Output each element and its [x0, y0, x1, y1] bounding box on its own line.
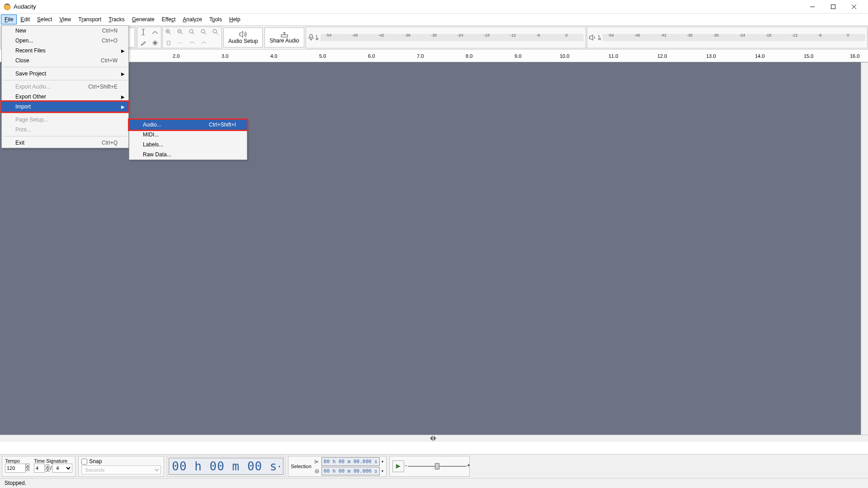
- menu-view[interactable]: View: [56, 14, 75, 24]
- menu-item-import-labels[interactable]: Labels...: [129, 140, 247, 150]
- menu-separator: [3, 136, 127, 136]
- svg-point-24: [189, 29, 193, 33]
- ruler-tick: 14.0: [755, 53, 764, 59]
- playback-meter[interactable]: LR -54-48-42-36-30-24-18-12-60: [587, 27, 868, 48]
- silence-button[interactable]: [175, 38, 186, 48]
- dropdown-icon[interactable]: ▾: [382, 460, 383, 464]
- menu-transport[interactable]: Transport: [75, 14, 105, 24]
- svg-point-28: [213, 29, 217, 33]
- fit-project-button[interactable]: [198, 27, 209, 37]
- play-at-speed-button[interactable]: [392, 460, 404, 472]
- speaker-icon: [589, 34, 596, 41]
- menu-help[interactable]: Help: [226, 14, 244, 24]
- menu-item-import[interactable]: Import▶: [2, 102, 128, 112]
- undo-button[interactable]: [187, 38, 198, 48]
- svg-point-26: [201, 29, 205, 33]
- ruler-tick: 6.0: [368, 53, 375, 59]
- multi-tool[interactable]: [150, 38, 160, 48]
- tempo-input[interactable]: [5, 464, 26, 473]
- share-audio-button[interactable]: Share Audio: [264, 28, 304, 47]
- time-display[interactable]: 00 h 00 m 00 s ▾: [169, 458, 283, 475]
- close-button[interactable]: [844, 0, 864, 14]
- svg-point-39: [316, 470, 317, 472]
- status-text: Stopped.: [5, 480, 26, 486]
- time-display-group: 00 h 00 m 00 s ▾: [167, 456, 285, 477]
- tools-toolbar: [137, 27, 161, 48]
- timeline-ruler[interactable]: 2.0 3.0 4.0 5.0 6.0 7.0 8.0 9.0 10.0 11.…: [0, 50, 868, 62]
- vertical-scrollbar[interactable]: [861, 62, 868, 435]
- selection-group: Selection 00 h 00 m 00.000 s▾ 00 h 00 m …: [288, 456, 387, 477]
- selection-end-display[interactable]: 00 h 00 m 00.000 s: [321, 467, 380, 475]
- draw-tool[interactable]: [138, 38, 149, 48]
- tempo-spinner[interactable]: ▴▾: [26, 464, 29, 473]
- menu-item-save-project[interactable]: Save Project▶: [2, 69, 128, 79]
- time-dropdown-icon[interactable]: ▾: [278, 465, 280, 469]
- svg-line-18: [169, 33, 171, 34]
- snap-unit-select[interactable]: Seconds: [81, 465, 161, 474]
- bottom-toolbar: Tempo ▴▾ Time Signature ▴▾ / 4: [0, 454, 868, 488]
- play-at-speed-group: - +: [389, 456, 470, 477]
- menu-item-recent-files[interactable]: Recent Files▶: [2, 46, 128, 56]
- timesig-numerator-input[interactable]: [34, 464, 45, 473]
- snap-checkbox[interactable]: [81, 459, 87, 465]
- fit-selection-button[interactable]: [187, 27, 198, 37]
- snap-checkbox-label[interactable]: Snap: [81, 458, 161, 465]
- zoom-in-button[interactable]: [163, 27, 174, 37]
- svg-marker-34: [430, 436, 433, 441]
- maximize-button[interactable]: [823, 0, 844, 14]
- selection-label: Selection: [291, 464, 311, 469]
- svg-marker-40: [396, 464, 401, 469]
- menu-item-import-midi[interactable]: MIDI...: [129, 130, 247, 140]
- menu-separator: [3, 67, 127, 67]
- ruler-tick: 10.0: [560, 53, 569, 59]
- menu-file[interactable]: File: [1, 14, 17, 24]
- recording-meter-scale: -54-48-42-36-30-24-18-12-60: [321, 34, 584, 41]
- menu-generate[interactable]: Generate: [128, 14, 158, 24]
- submenu-arrow-icon: ▶: [121, 71, 125, 76]
- recording-meter[interactable]: LR -54-48-42-36-30-24-18-12-60: [306, 27, 586, 48]
- menu-select[interactable]: Select: [33, 14, 56, 24]
- zoom-out-button[interactable]: [175, 27, 186, 37]
- menu-item-export-other[interactable]: Export Other▶: [2, 92, 128, 102]
- gear-icon[interactable]: [314, 469, 320, 474]
- menu-item-new[interactable]: NewCtrl+N: [2, 26, 128, 36]
- minimize-button[interactable]: [802, 0, 823, 14]
- menu-item-exit[interactable]: ExitCtrl+Q: [2, 138, 128, 148]
- menu-item-open[interactable]: Open...Ctrl+O: [2, 36, 128, 46]
- playback-speed-slider[interactable]: - +: [408, 463, 467, 469]
- menu-tools[interactable]: Tools: [206, 14, 226, 24]
- trim-button[interactable]: [163, 38, 174, 48]
- selection-start-icon: [314, 459, 320, 465]
- status-bar: Stopped.: [0, 478, 868, 488]
- envelope-tool[interactable]: [150, 27, 160, 37]
- dropdown-icon[interactable]: ▾: [382, 469, 383, 473]
- svg-rect-30: [167, 41, 170, 45]
- menu-edit[interactable]: Edit: [17, 14, 33, 24]
- svg-line-25: [193, 33, 194, 34]
- ruler-tick: 7.0: [417, 53, 424, 59]
- menu-item-export-audio[interactable]: Export Audio...Ctrl+Shift+E: [2, 82, 128, 92]
- menu-item-import-audio[interactable]: Audio...Ctrl+Shift+I: [129, 120, 247, 130]
- menu-tracks[interactable]: Tracks: [105, 14, 128, 24]
- menu-item-close[interactable]: CloseCtrl+W: [2, 56, 128, 66]
- menu-item-print[interactable]: Print...: [2, 125, 128, 135]
- submenu-arrow-icon: ▶: [121, 104, 125, 109]
- zoom-toggle-button[interactable]: [210, 27, 221, 37]
- menu-item-page-setup[interactable]: Page Setup...: [2, 115, 128, 125]
- audio-setup-button[interactable]: Audio Setup: [223, 28, 263, 47]
- menu-separator: [3, 113, 127, 113]
- selection-tool[interactable]: [138, 27, 149, 37]
- menu-analyze[interactable]: Analyze: [179, 14, 206, 24]
- timesig-num-spinner[interactable]: ▴▾: [46, 465, 49, 472]
- timesig-denominator-select[interactable]: 4: [52, 464, 72, 473]
- meter-lr-label: LR: [316, 34, 319, 41]
- menu-item-import-raw[interactable]: Raw Data...: [129, 150, 247, 160]
- horizontal-scrollbar[interactable]: [0, 435, 868, 442]
- selection-start-display[interactable]: 00 h 00 m 00.000 s: [321, 457, 380, 466]
- ruler-tick: 3.0: [222, 53, 228, 59]
- speaker-icon: [239, 31, 248, 38]
- menu-effect[interactable]: Effect: [158, 14, 179, 24]
- redo-button[interactable]: [198, 38, 209, 48]
- svg-line-29: [216, 33, 218, 34]
- microphone-icon: [308, 34, 314, 41]
